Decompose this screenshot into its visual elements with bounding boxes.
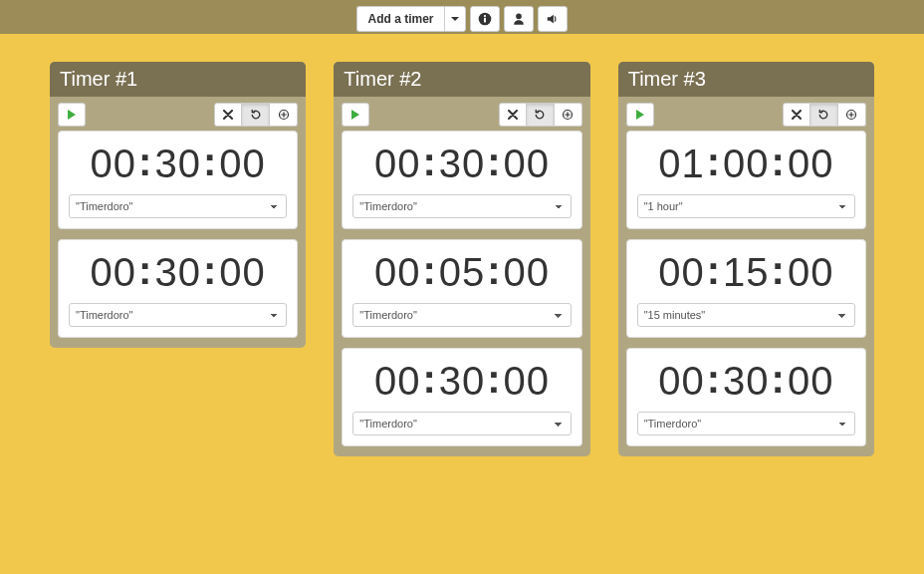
time-minutes: 00 [723, 142, 770, 186]
add-segment-button[interactable] [838, 103, 866, 127]
plus-circle-icon [562, 109, 574, 121]
preset-select[interactable]: "Timerdoro" [69, 303, 287, 327]
time-minutes: 05 [439, 250, 486, 295]
time-hours: 00 [91, 250, 137, 295]
add-segment-button[interactable] [555, 103, 582, 127]
time-hours: 01 [658, 142, 705, 186]
info-circle-icon [478, 12, 492, 26]
time-display: 00:05:00 [352, 250, 571, 295]
delete-button[interactable] [214, 103, 242, 127]
time-minutes: 30 [723, 359, 770, 404]
refresh-icon [534, 109, 546, 121]
time-hours: 00 [374, 250, 421, 295]
colon: : [770, 248, 788, 293]
time-display: 00:15:00 [637, 250, 855, 295]
colon: : [485, 140, 503, 184]
preset-select[interactable]: "Timerdoro" [352, 412, 571, 435]
time-display: 00:30:00 [69, 250, 287, 295]
colon: : [420, 248, 438, 293]
colon: : [420, 357, 438, 402]
play-icon [636, 110, 644, 120]
colon: : [770, 357, 788, 402]
colon: : [705, 357, 723, 402]
close-icon [508, 110, 518, 120]
time-display: 00:30:00 [352, 359, 571, 404]
caret-down-icon [451, 17, 459, 21]
top-toolbar: Add a timer [0, 0, 924, 34]
close-icon [223, 110, 233, 120]
timer-segment: 00:30:00 "Timerdoro" [58, 239, 298, 338]
timer-controls [334, 97, 589, 131]
plus-circle-icon [845, 109, 857, 121]
segments-list: 00:30:00 "Timerdoro" 00:30:00 "Timerdoro… [50, 131, 306, 348]
colon: : [136, 140, 154, 184]
refresh-icon [250, 109, 262, 121]
user-icon [512, 12, 526, 26]
time-minutes: 30 [439, 142, 486, 186]
svg-point-1 [483, 15, 485, 17]
time-seconds: 00 [788, 142, 834, 186]
colon: : [201, 140, 219, 184]
timer-segment: 00:30:00 "Timerdoro" [58, 131, 298, 229]
time-hours: 00 [91, 142, 137, 186]
close-icon [792, 110, 802, 120]
time-minutes: 30 [439, 359, 486, 404]
time-display: 01:00:00 [637, 142, 855, 186]
delete-button[interactable] [499, 103, 527, 127]
reset-button[interactable] [527, 103, 555, 127]
play-button[interactable] [626, 103, 654, 127]
svg-rect-2 [484, 18, 486, 23]
sound-button[interactable] [538, 6, 568, 32]
plus-circle-icon [278, 109, 290, 121]
time-minutes: 30 [154, 250, 201, 295]
colon: : [705, 140, 723, 184]
preset-select[interactable]: "Timerdoro" [69, 194, 287, 218]
volume-icon [546, 12, 560, 26]
timer-panel: Timer #3 01:00:00 "1 hour" 00:15:00 "15 … [618, 62, 874, 456]
timer-title: Timer #3 [618, 62, 874, 97]
time-seconds: 00 [219, 250, 266, 295]
timer-panel: Timer #1 00:30:00 "Timerdoro" 00:30:00 "… [50, 62, 306, 348]
reset-button[interactable] [810, 103, 838, 127]
time-seconds: 00 [788, 359, 834, 404]
colon: : [136, 248, 154, 293]
timer-panel: Timer #2 00:30:00 "Timerdoro" 00:05:00 "… [334, 62, 589, 456]
refresh-icon [817, 109, 829, 121]
play-button[interactable] [342, 103, 369, 127]
play-button[interactable] [58, 103, 86, 127]
add-timer-group: Add a timer [356, 6, 465, 32]
colon: : [201, 248, 219, 293]
timer-segment: 00:30:00 "Timerdoro" [342, 131, 581, 229]
reset-button[interactable] [242, 103, 270, 127]
segments-list: 01:00:00 "1 hour" 00:15:00 "15 minutes" … [618, 131, 874, 456]
timer-controls [618, 97, 874, 131]
timer-title: Timer #2 [334, 62, 589, 97]
timer-action-group [499, 103, 582, 127]
user-button[interactable] [504, 6, 534, 32]
colon: : [705, 248, 723, 293]
timer-segment: 00:05:00 "Timerdoro" [342, 239, 581, 338]
preset-select[interactable]: "Timerdoro" [352, 303, 571, 327]
time-display: 00:30:00 [352, 142, 571, 186]
preset-select[interactable]: "1 hour" [637, 194, 855, 218]
time-display: 00:30:00 [637, 359, 855, 404]
play-icon [351, 110, 359, 120]
preset-select[interactable]: "Timerdoro" [637, 412, 855, 435]
add-timer-button[interactable]: Add a timer [356, 6, 443, 32]
timer-action-group [783, 103, 866, 127]
time-display: 00:30:00 [69, 142, 287, 186]
timer-title: Timer #1 [50, 62, 306, 97]
add-segment-button[interactable] [270, 103, 298, 127]
preset-select[interactable]: "Timerdoro" [352, 194, 571, 218]
timer-action-group [214, 103, 298, 127]
add-timer-dropdown-toggle[interactable] [444, 6, 466, 32]
colon: : [770, 140, 788, 184]
delete-button[interactable] [783, 103, 810, 127]
preset-select[interactable]: "15 minutes" [637, 303, 855, 327]
timer-segment: 00:30:00 "Timerdoro" [626, 348, 866, 446]
segments-list: 00:30:00 "Timerdoro" 00:05:00 "Timerdoro… [334, 131, 589, 456]
time-seconds: 00 [504, 359, 551, 404]
time-hours: 00 [658, 250, 705, 295]
colon: : [485, 357, 503, 402]
info-button[interactable] [470, 6, 500, 32]
